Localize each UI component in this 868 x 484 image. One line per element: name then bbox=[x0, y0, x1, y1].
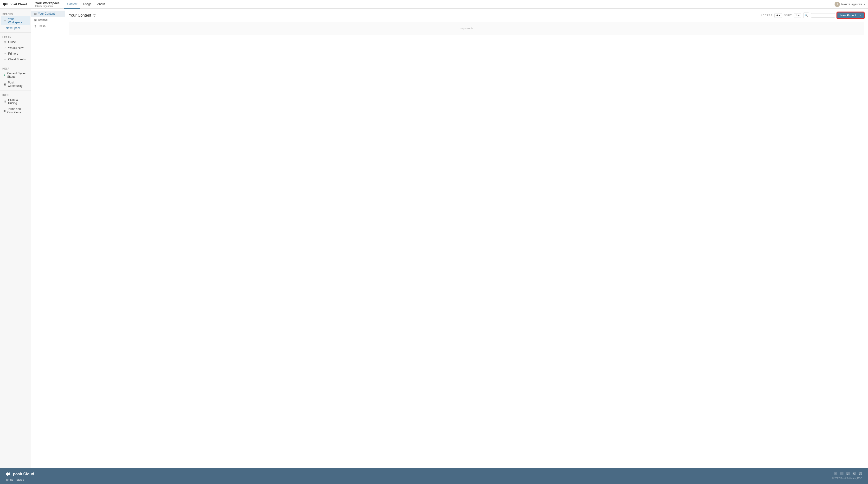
content-nav-trash[interactable]: 🗑 Trash bbox=[31, 23, 65, 29]
sidebar-item-system-status[interactable]: ◆ Current System Status bbox=[1, 70, 30, 79]
access-select[interactable]: ✱ ▾ bbox=[774, 13, 782, 18]
github-icon[interactable] bbox=[859, 472, 862, 476]
svg-rect-5 bbox=[7, 473, 8, 476]
learn-section-label: Learn bbox=[0, 34, 31, 39]
sidebar-divider-3 bbox=[0, 90, 31, 91]
sidebar-item-cheat-sheets-label: Cheat Sheets bbox=[8, 58, 26, 61]
footer-logo-text: posit Cloud bbox=[13, 472, 34, 476]
your-content-icon: ▦ bbox=[34, 12, 37, 15]
svg-rect-7 bbox=[9, 473, 10, 475]
sidebar-item-posit-community[interactable]: ▣ Posit Community bbox=[1, 79, 30, 89]
footer-link-terms[interactable]: Terms bbox=[6, 478, 13, 481]
tab-content[interactable]: Content bbox=[64, 0, 80, 9]
search-button[interactable]: 🔍 bbox=[803, 12, 809, 18]
footer-posit-logo-icon bbox=[6, 473, 11, 476]
sidebar-item-guide[interactable]: ◎ Guide bbox=[1, 39, 30, 45]
tab-usage[interactable]: Usage bbox=[80, 0, 94, 9]
new-project-label: New Project bbox=[840, 14, 856, 17]
main-content: ▦ Your Content ▣ Archive 🗑 Trash Your Co… bbox=[31, 9, 868, 467]
new-project-btn-divider bbox=[858, 14, 858, 17]
footer-link-status[interactable]: Status bbox=[17, 478, 24, 481]
footer: posit Cloud Terms Status f t in bbox=[0, 467, 868, 484]
plans-pricing-icon: $ bbox=[3, 100, 7, 103]
content-nav-your-content-label: Your Content bbox=[38, 12, 55, 15]
sidebar-item-primers[interactable]: ○ Primers bbox=[1, 51, 30, 57]
sidebar-item-plans-pricing-label: Plans & Pricing bbox=[8, 98, 28, 105]
footer-logo: posit Cloud bbox=[6, 472, 34, 476]
avatar: tt bbox=[835, 2, 840, 7]
new-project-button[interactable]: New Project ▾ bbox=[837, 12, 864, 19]
sidebar-item-new-space-label: + New Space bbox=[3, 27, 21, 30]
new-project-dropdown-arrow: ▾ bbox=[860, 14, 861, 17]
cheat-sheets-icon: ○ bbox=[3, 58, 7, 61]
terms-conditions-icon: ▣ bbox=[3, 109, 6, 112]
no-projects-message: no projects bbox=[69, 22, 864, 35]
sidebar-item-whats-new[interactable]: ! What's New bbox=[1, 45, 30, 51]
projects-area: Your Content (0) ACCESS ✱ ▾ SORT ⇅ ▾ bbox=[65, 9, 868, 467]
help-section-label: Help bbox=[0, 65, 31, 70]
top-nav-center: Your Workspace takumi tagashira Content … bbox=[34, 0, 835, 9]
sidebar-item-whats-new-label: What's New bbox=[8, 46, 24, 50]
user-display-name: takumi tagashira bbox=[841, 3, 863, 6]
workspace-info: Your Workspace takumi tagashira bbox=[35, 1, 59, 7]
content-nav-archive[interactable]: ▣ Archive bbox=[31, 17, 65, 23]
projects-count: (0) bbox=[93, 14, 96, 17]
facebook-icon[interactable]: f bbox=[834, 472, 837, 476]
top-nav: posit Cloud Your Workspace takumi tagash… bbox=[0, 0, 868, 9]
footer-inner: posit Cloud Terms Status f t in bbox=[6, 472, 862, 481]
projects-toolbar: ACCESS ✱ ▾ SORT ⇅ ▾ 🔍 bbox=[761, 12, 864, 19]
sort-chevron: ▾ bbox=[798, 14, 800, 17]
sidebar-item-new-space[interactable]: + New Space bbox=[1, 25, 30, 31]
sidebar-item-your-workspace[interactable]: ○ Your Workspace bbox=[1, 16, 30, 25]
nav-tabs: Content Usage About bbox=[64, 0, 107, 9]
footer-right: f t in © 2022 Posit Software, PBC bbox=[832, 472, 862, 480]
logo-text: posit Cloud bbox=[10, 2, 27, 6]
sort-select[interactable]: ⇅ ▾ bbox=[794, 13, 801, 18]
access-label: ACCESS bbox=[761, 14, 772, 17]
footer-links: Terms Status bbox=[6, 478, 34, 481]
primers-icon: ○ bbox=[3, 52, 7, 55]
linkedin-icon[interactable]: in bbox=[846, 472, 850, 476]
search-icon: 🔍 bbox=[804, 14, 808, 17]
sidebar-item-system-status-label: Current System Status bbox=[7, 72, 28, 78]
svg-point-16 bbox=[855, 473, 856, 473]
footer-copyright: © 2022 Posit Software, PBC bbox=[832, 477, 862, 480]
sidebar-divider-2 bbox=[0, 64, 31, 64]
content-nav-trash-label: Trash bbox=[38, 25, 45, 28]
access-chevron: ▾ bbox=[779, 14, 780, 17]
sidebar-item-guide-label: Guide bbox=[8, 40, 16, 44]
system-status-icon: ◆ bbox=[3, 74, 6, 76]
archive-icon: ▣ bbox=[34, 19, 37, 22]
content-nav-your-content[interactable]: ▦ Your Content bbox=[31, 10, 65, 17]
projects-header: Your Content (0) ACCESS ✱ ▾ SORT ⇅ ▾ bbox=[69, 12, 864, 19]
twitter-icon[interactable]: t bbox=[840, 472, 843, 476]
tab-about[interactable]: About bbox=[94, 0, 107, 9]
guide-icon: ◎ bbox=[3, 41, 7, 44]
sidebar-item-cheat-sheets[interactable]: ○ Cheat Sheets bbox=[1, 57, 30, 62]
search-input[interactable] bbox=[811, 13, 835, 18]
workspace-icon: ○ bbox=[3, 19, 6, 22]
instagram-icon[interactable] bbox=[852, 472, 856, 476]
content-layout: ▦ Your Content ▣ Archive 🗑 Trash Your Co… bbox=[31, 9, 868, 467]
footer-left: posit Cloud Terms Status bbox=[6, 472, 34, 481]
sidebar-item-plans-pricing[interactable]: $ Plans & Pricing bbox=[1, 97, 30, 106]
info-section-label: Info bbox=[0, 92, 31, 97]
svg-rect-6 bbox=[8, 473, 9, 475]
sidebar-item-workspace-label: Your Workspace bbox=[8, 17, 28, 24]
sidebar-item-terms-conditions-label: Terms and Conditions bbox=[7, 107, 28, 114]
svg-text:in: in bbox=[847, 473, 848, 475]
workspace-name: Your Workspace bbox=[35, 1, 59, 5]
sidebar-item-terms-conditions[interactable]: ▣ Terms and Conditions bbox=[1, 106, 30, 115]
trash-icon: 🗑 bbox=[34, 25, 37, 28]
whats-new-icon: ! bbox=[3, 46, 7, 49]
svg-rect-3 bbox=[6, 3, 7, 5]
svg-rect-14 bbox=[852, 472, 856, 475]
logo[interactable]: posit Cloud bbox=[3, 2, 34, 6]
projects-title-text: Your Content bbox=[69, 13, 91, 18]
sort-label: SORT bbox=[784, 14, 792, 17]
sidebar-item-primers-label: Primers bbox=[8, 52, 18, 55]
access-value: ✱ bbox=[776, 14, 778, 17]
sort-icon: ⇅ bbox=[795, 14, 798, 17]
svg-rect-4 bbox=[6, 473, 7, 475]
user-menu[interactable]: tt takumi tagashira ▾ bbox=[835, 2, 865, 7]
